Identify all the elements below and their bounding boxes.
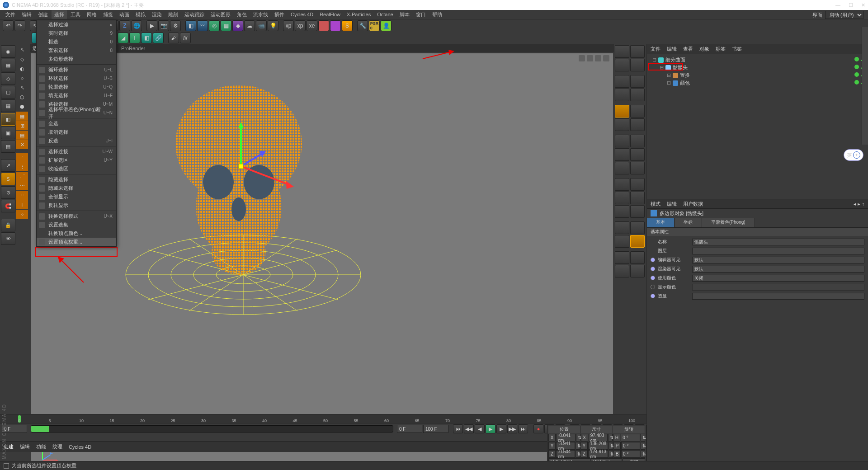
lt2-10[interactable]: ▤ [16,131,28,140]
menu-X-Particles[interactable]: X-Particles [344,11,373,18]
viewport[interactable]: Y X Z 网格间距 : 10000 cm [31,53,613,469]
xp-emitter-button[interactable]: xe [307,20,317,31]
right-tool-11-0[interactable] [615,205,629,218]
axis-z-lock[interactable]: Z [119,20,130,31]
cube-primitive-button[interactable]: ◧ [185,20,196,31]
menu-item-反转显示[interactable]: 反转显示 [37,201,116,210]
lt2-4[interactable]: ○ [16,74,28,83]
right-tool-5-1[interactable] [630,118,645,131]
right-tool-7-1[interactable] [630,148,645,161]
bottom-tab-Cycles 4D[interactable]: Cycles 4D [69,444,91,450]
visibility-button[interactable]: 👁 [1,232,15,245]
vp-pan-icon[interactable] [579,55,585,61]
cursor-tool[interactable]: ↖ [16,45,28,54]
object-mode-button[interactable]: ▢ [1,86,15,99]
next-frame-button[interactable]: ▶ [496,424,506,433]
render-region-button[interactable]: 📷 [158,20,169,31]
xp-cache-button[interactable]: xp [283,20,294,31]
render-settings-button[interactable]: ⚙ [170,20,181,31]
menu-模拟[interactable]: 模拟 [133,10,148,19]
vp-zoom-icon[interactable] [587,55,593,61]
menu-角色[interactable]: 角色 [234,10,250,19]
obj-tab-编辑[interactable]: 编辑 [667,46,677,52]
attr-tab-模式[interactable]: 模式 [651,201,660,207]
tree-item-颜色[interactable]: ⊟颜色✓ [651,79,864,87]
attr-subtab-基本[interactable]: 基本 [647,218,675,227]
menu-item-框选[interactable]: 框选0 [37,38,116,46]
menu-item-多边形选择[interactable]: 多边形选择 [37,55,116,63]
right-tool-15-0[interactable] [615,265,629,277]
light-button[interactable]: 💡 [268,20,278,31]
right-tool-12-1[interactable] [630,221,645,234]
right-tool-14-0[interactable] [615,251,629,264]
menu-item-循环选择[interactable]: 循环选择U~L [37,66,116,74]
menu-运动跟踪[interactable]: 运动跟踪 [182,10,207,19]
object-tree[interactable]: ⊟细分曲面✓⊟骷髅头✓⊟置换✓⊟颜色✓ [647,54,868,199]
generator-button[interactable]: ◎ [209,20,220,31]
redo-button[interactable]: ↷ [14,20,25,31]
vp-maximize-icon[interactable] [603,55,609,61]
right-tool-1-0[interactable] [615,59,629,71]
tree-item-置换[interactable]: ⊟置换✓ [651,71,864,79]
menu-渲染[interactable]: 渲染 [149,10,165,19]
lt2-18[interactable]: ⁘ [16,210,28,219]
menu-RealFlow[interactable]: RealFlow [317,11,343,18]
lt2-17[interactable]: ⁞ [16,200,28,209]
ime-badge[interactable]: 英 ✦ [844,149,863,161]
menu-编辑[interactable]: 编辑 [19,10,34,19]
maximize-button[interactable]: ☐ [849,2,853,8]
attr-tab-用户数据[interactable]: 用户数据 [683,201,703,207]
lt2-15[interactable]: ⋯ [16,181,28,190]
right-tool-15-1[interactable] [630,265,645,277]
vp-orbit-icon[interactable] [595,55,601,61]
menu-Cycles 4D[interactable]: Cycles 4D [288,11,316,18]
bottom-tab-纹理[interactable]: 纹理 [52,443,62,450]
lt2-5[interactable]: ↖ [16,83,28,92]
menu-窗口[interactable]: 窗口 [413,10,429,19]
xp-tool1-button[interactable] [318,20,329,31]
right-tool-13-1[interactable] [630,235,645,248]
tool1-button[interactable]: 🔧 [357,20,368,31]
camera-button[interactable]: 📹 [256,20,267,31]
right-tool-12-0[interactable] [615,221,629,234]
menu-item-全部显示[interactable]: 全部显示 [37,193,116,201]
right-tool-10-1[interactable] [630,192,645,204]
right-tool-11-1[interactable] [630,205,645,218]
enable-axis-button[interactable]: ↗ [1,159,15,172]
menu-item-反选[interactable]: 反选U~I [37,136,116,145]
right-tool-8-0[interactable] [615,162,629,174]
menu-item-实时选择[interactable]: 实时选择9 [37,29,116,38]
menu-item-选择过滤[interactable]: 选择过滤▸ [37,20,116,29]
lt2-7[interactable]: ⬢ [16,102,28,111]
attr-value-input[interactable] [692,248,864,254]
attr-radio[interactable] [651,258,655,262]
attr-value-input[interactable]: 默认 [692,257,864,263]
lt2-11[interactable]: ✕ [16,140,28,149]
obj-tab-文件[interactable]: 文件 [651,46,660,52]
menu-脚本[interactable]: 脚本 [397,10,412,19]
right-tool-7-0[interactable] [615,148,629,161]
menu-选择[interactable]: 选择 [52,10,67,19]
attr-value-input[interactable] [692,293,864,300]
point-mode-button[interactable]: ◧ [1,113,15,126]
timeline-range-slider[interactable] [31,425,393,432]
viewport-nav-controls[interactable] [579,55,609,61]
deformer-button[interactable]: ◆ [232,20,243,31]
right-tool-3-1[interactable] [630,89,645,101]
lt2-14[interactable]: ⋰ [16,172,28,181]
attr-value-input[interactable]: 关闭 [692,275,864,282]
lt2-3[interactable]: ◐ [16,64,28,73]
right-tool-1-1[interactable] [630,59,645,71]
fx-button[interactable]: fx [180,33,191,43]
timeline-ruler[interactable]: 0510152025303540455055606570758085909510… [0,414,646,423]
timeline-current-frame-input[interactable] [397,425,422,433]
polygon-mode-button[interactable]: ▤ [1,140,15,153]
menu-创建[interactable]: 创建 [35,10,51,19]
obj-tab-标签[interactable]: 标签 [716,46,726,52]
tool5-button[interactable]: ▦ [1,99,15,112]
menu-item-隐藏未选择[interactable]: 隐藏未选择 [37,184,116,193]
right-tool-4-1[interactable] [630,105,645,118]
xp-tool2-button[interactable] [330,20,341,31]
script-button[interactable]: S [342,20,353,31]
attr-radio[interactable] [651,267,655,271]
